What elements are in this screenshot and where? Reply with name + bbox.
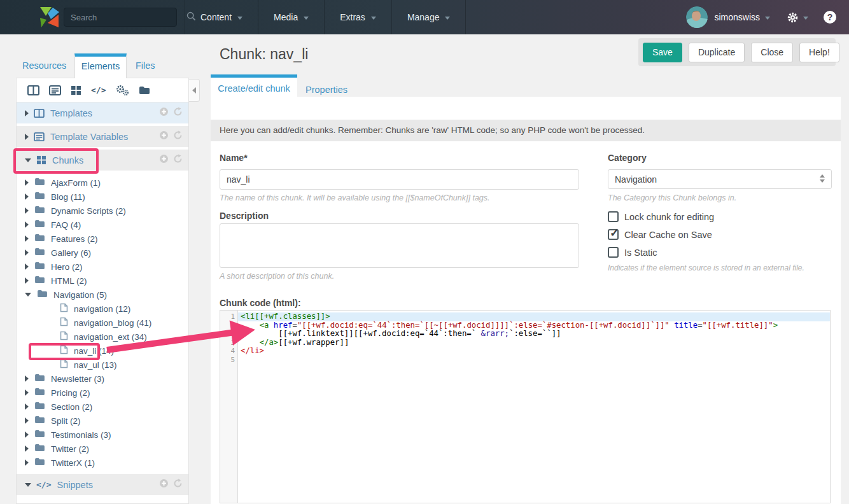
save-button[interactable]: Save <box>643 43 682 62</box>
search-input[interactable] <box>64 13 186 22</box>
caret-right-icon[interactable] <box>25 235 29 242</box>
navbar-menu-item[interactable]: Extras <box>324 0 391 34</box>
caret-right-icon[interactable] <box>25 110 29 116</box>
caret-right-icon[interactable] <box>25 134 29 140</box>
sidebar-section-templates[interactable]: Templates <box>17 102 188 123</box>
tab-properties[interactable]: Properties <box>305 74 347 100</box>
tree-item[interactable]: Hero (2) <box>17 260 188 274</box>
sidebar-collapse-handle[interactable] <box>189 79 200 102</box>
gears-icon[interactable] <box>115 85 129 96</box>
refresh-icon[interactable] <box>173 154 183 166</box>
columns-icon[interactable] <box>27 85 39 95</box>
tree-item[interactable]: nav_ul (13) <box>17 358 188 372</box>
folder-icon <box>34 191 45 202</box>
list-icon[interactable] <box>49 85 61 95</box>
modx-manager: Content Media Extras Manage <box>0 0 849 504</box>
user-chevron-down-icon[interactable] <box>765 17 770 20</box>
caret-right-icon[interactable] <box>25 249 29 256</box>
tree-item[interactable]: AjaxForm (1) <box>17 176 188 190</box>
description-field[interactable] <box>220 223 579 268</box>
tree-item[interactable]: Gallery (6) <box>17 246 188 260</box>
tree-item[interactable]: navigation_blog (41) <box>17 316 188 330</box>
sidebar-section-snippets[interactable]: </> Snippets <box>17 474 188 495</box>
tab-elements[interactable]: Elements <box>74 53 127 78</box>
tree-item[interactable]: navigation (12) <box>17 302 188 316</box>
refresh-icon[interactable] <box>173 479 183 491</box>
tree-item[interactable]: Split (2) <box>17 414 188 428</box>
folder-icon[interactable] <box>139 86 150 95</box>
add-icon[interactable] <box>159 130 169 143</box>
tab-create-edit-chunk-label: Create/edit chunk <box>218 83 290 94</box>
tree-item[interactable]: FAQ (4) <box>17 218 188 232</box>
caret-right-icon[interactable] <box>25 193 29 200</box>
navbar-menu-item[interactable]: Media <box>258 0 324 34</box>
caret-right-icon[interactable] <box>25 179 29 186</box>
caret-right-icon[interactable] <box>25 403 29 410</box>
checkbox-icon[interactable] <box>608 247 619 258</box>
checkbox-icon[interactable] <box>608 211 619 222</box>
tree-item[interactable]: HTML (2) <box>17 274 188 288</box>
checkbox-row[interactable]: Clear Cache on Save <box>608 229 714 240</box>
tree-item[interactable]: Dynamic Scripts (2) <box>17 204 188 218</box>
tab-create-edit-chunk[interactable]: Create/edit chunk <box>211 74 297 101</box>
caret-right-icon[interactable] <box>25 431 29 438</box>
gear-chevron-down-icon[interactable] <box>803 17 808 20</box>
gear-icon[interactable] <box>787 11 799 24</box>
tree-item[interactable]: navigation_ext (34) <box>17 330 188 344</box>
info-message: Here you can add/edit chunks. Remember: … <box>211 120 841 141</box>
checkbox-row[interactable]: Lock chunk for editing <box>608 211 714 222</box>
code-editor[interactable]: 12345 <li[[+wf.classes]]> <a href="[[+wf… <box>220 310 831 503</box>
code-lines[interactable]: <li[[+wf.classes]]> <a href="[[+wf.docid… <box>238 311 830 503</box>
caret-right-icon[interactable] <box>25 263 29 270</box>
caret-right-icon[interactable] <box>25 417 29 424</box>
tree-item[interactable]: Twitter (2) <box>17 442 188 456</box>
duplicate-button[interactable]: Duplicate <box>689 43 745 62</box>
folder-icon <box>34 457 45 468</box>
code-icon[interactable]: </> <box>91 85 106 95</box>
tree-item-label: Dynamic Scripts (2) <box>51 206 126 216</box>
help-icon[interactable]: ? <box>824 11 836 24</box>
add-icon[interactable] <box>159 154 169 166</box>
caret-down-icon[interactable] <box>25 158 31 162</box>
username[interactable]: simonswiss <box>714 12 760 22</box>
refresh-icon[interactable] <box>173 107 183 119</box>
tree-item[interactable]: Testimonials (3) <box>17 428 188 442</box>
checkbox-row[interactable]: Is Static <box>608 247 714 258</box>
category-select[interactable]: Navigation <box>608 169 832 189</box>
caret-right-icon[interactable] <box>25 445 29 452</box>
caret-down-icon[interactable] <box>25 293 31 297</box>
grid-icon[interactable] <box>71 85 81 95</box>
caret-right-icon[interactable] <box>25 459 29 466</box>
tree-item[interactable]: Pricing (2) <box>17 386 188 400</box>
caret-right-icon[interactable] <box>25 207 29 214</box>
caret-right-icon[interactable] <box>25 375 29 382</box>
tree-item[interactable]: Section (2) <box>17 400 188 414</box>
sidebar-section-template-variables[interactable]: Template Variables <box>17 126 188 147</box>
tree-item[interactable]: nav_li (14) <box>17 344 188 358</box>
navbar-menu-item[interactable]: Manage <box>391 0 467 34</box>
name-field[interactable] <box>220 169 579 190</box>
navbar-menu-item[interactable]: Content <box>185 0 258 34</box>
caret-right-icon[interactable] <box>25 277 29 284</box>
tree-item[interactable]: Navigation (5) <box>17 288 188 302</box>
close-button[interactable]: Close <box>751 43 793 62</box>
sidebar-section-chunks[interactable]: Chunks <box>17 150 188 171</box>
avatar[interactable] <box>686 6 708 28</box>
caret-down-icon[interactable] <box>25 483 31 487</box>
add-icon[interactable] <box>159 479 169 491</box>
tab-resources[interactable]: Resources <box>22 60 66 71</box>
tree-item[interactable]: Newsletter (3) <box>17 372 188 386</box>
refresh-icon[interactable] <box>173 130 183 143</box>
tree-item-label: Gallery (6) <box>51 248 91 258</box>
tab-files[interactable]: Files <box>136 60 155 71</box>
tree-item[interactable]: Blog (11) <box>17 190 188 204</box>
checkbox-icon[interactable] <box>608 229 619 240</box>
tree-item[interactable]: TwitterX (1) <box>17 456 188 470</box>
caret-right-icon[interactable] <box>25 221 29 228</box>
modx-logo-icon[interactable] <box>37 6 61 29</box>
add-icon[interactable] <box>159 107 169 119</box>
tree-item[interactable]: Features (2) <box>17 232 188 246</box>
tree-item-label: Features (2) <box>51 234 98 244</box>
help-button[interactable]: Help! <box>799 43 839 62</box>
caret-right-icon[interactable] <box>25 389 29 396</box>
